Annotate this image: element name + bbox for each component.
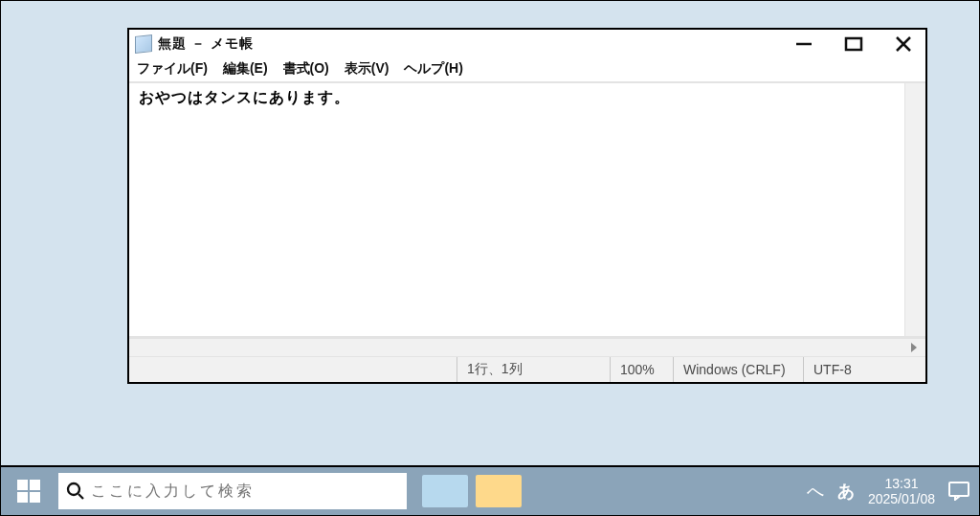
taskbar-app-1[interactable] — [422, 475, 468, 507]
system-tray: へ あ 13:31 2025/01/08 — [807, 467, 979, 515]
svg-line-10 — [78, 494, 83, 499]
minimize-icon — [793, 34, 814, 55]
task-pins — [422, 475, 522, 507]
tray-overflow-icon[interactable]: へ — [807, 480, 824, 503]
menu-edit[interactable]: 編集(E) — [223, 60, 268, 78]
svg-rect-11 — [949, 482, 969, 496]
editor-area: おやつはタンスにあります。 — [129, 81, 925, 338]
menu-file[interactable]: ファイル(F) — [137, 60, 208, 78]
status-zoom: 100% — [610, 357, 673, 382]
horizontal-scrollbar[interactable] — [129, 338, 925, 357]
taskbar: へ あ 13:31 2025/01/08 — [1, 465, 979, 515]
text-editor[interactable]: おやつはタンスにあります。 — [129, 83, 904, 336]
close-button[interactable] — [889, 30, 918, 58]
menu-format[interactable]: 書式(O) — [283, 60, 329, 78]
menu-view[interactable]: 表示(V) — [345, 60, 390, 78]
svg-marker-4 — [911, 343, 917, 352]
clock-time: 13:31 — [868, 476, 935, 491]
taskbar-app-2[interactable] — [476, 475, 522, 507]
taskbar-search[interactable] — [58, 473, 407, 509]
close-icon — [893, 34, 914, 55]
status-encoding: UTF-8 — [803, 357, 925, 382]
document-icon — [135, 34, 152, 54]
menu-help[interactable]: ヘルプ(H) — [404, 60, 462, 78]
minimize-button[interactable] — [790, 30, 818, 58]
start-button[interactable] — [1, 467, 56, 515]
svg-rect-7 — [17, 492, 28, 503]
ime-indicator[interactable]: あ — [837, 480, 855, 503]
titlebar[interactable]: 無題 － メモ帳 — [129, 30, 925, 58]
window-controls — [790, 30, 925, 58]
menu-bar: ファイル(F) 編集(E) 書式(O) 表示(V) ヘルプ(H) — [129, 58, 925, 81]
svg-rect-5 — [17, 480, 28, 490]
maximize-button[interactable] — [839, 30, 868, 58]
vertical-scrollbar[interactable] — [904, 83, 925, 336]
svg-point-9 — [68, 483, 79, 495]
notepad-window: 無題 － メモ帳 ファイル(F) 編集(E) 書式(O) 表示(V) ヘルプ(H… — [127, 28, 927, 384]
clock-date: 2025/01/08 — [868, 491, 935, 506]
search-icon — [66, 482, 85, 501]
svg-rect-6 — [30, 480, 40, 490]
scroll-right-icon — [908, 342, 920, 353]
maximize-icon — [843, 34, 864, 55]
status-lineending: Windows (CRLF) — [673, 357, 803, 382]
window-title: 無題 － メモ帳 — [158, 35, 254, 53]
svg-marker-12 — [955, 496, 960, 500]
notification-icon[interactable] — [948, 482, 969, 501]
windows-start-icon — [16, 479, 41, 504]
svg-rect-1 — [846, 38, 861, 50]
svg-rect-8 — [30, 492, 40, 503]
clock[interactable]: 13:31 2025/01/08 — [868, 476, 935, 506]
status-position: 1行、1列 — [457, 357, 610, 382]
status-bar: 1行、1列 100% Windows (CRLF) UTF-8 — [129, 357, 925, 382]
search-input[interactable] — [91, 482, 399, 500]
